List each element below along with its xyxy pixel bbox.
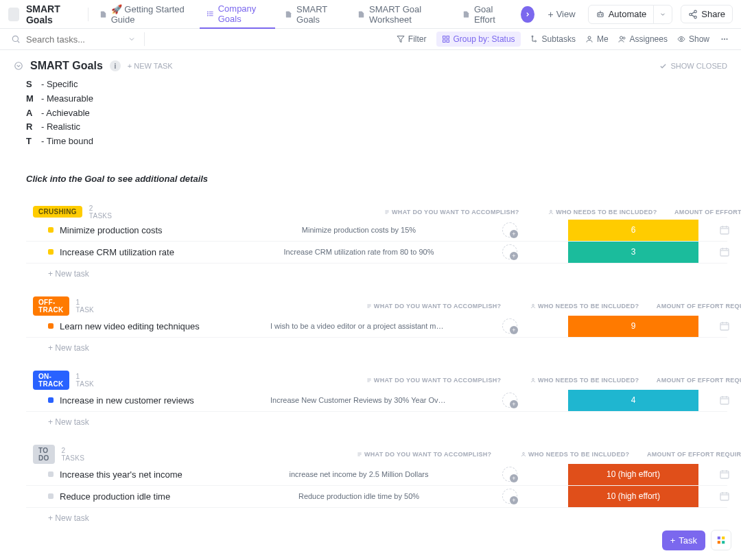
search-input[interactable]: [26, 34, 122, 45]
list-icon: [207, 9, 214, 19]
automate-dropdown[interactable]: [653, 5, 672, 24]
task-row[interactable]: Reduce production idle time Reduce produ…: [26, 486, 727, 508]
status-pill[interactable]: CRUSHING: [33, 206, 82, 218]
effort-cell[interactable]: 10 (high effort): [568, 486, 698, 507]
col-included: WHO NEEDS TO BE INCLUDED?: [517, 451, 633, 458]
new-task-row[interactable]: + New task: [26, 412, 727, 427]
assignee-cell[interactable]: [451, 467, 568, 482]
due-cell[interactable]: [698, 246, 741, 257]
svg-rect-38: [720, 227, 729, 235]
subtasks-button[interactable]: Subtasks: [530, 34, 576, 44]
svg-line-13: [692, 12, 694, 13]
show-button[interactable]: Show: [677, 34, 709, 44]
svg-rect-18: [443, 36, 445, 39]
calendar-icon: [719, 395, 730, 406]
add-assignee-icon[interactable]: [502, 393, 517, 408]
chevron-down-icon[interactable]: [128, 35, 136, 43]
svg-point-3: [207, 11, 208, 12]
new-task-row[interactable]: + New task: [26, 508, 727, 523]
effort-cell[interactable]: 10 (high effort): [568, 464, 698, 485]
show-closed-button[interactable]: SHOW CLOSED: [659, 62, 727, 70]
more-button[interactable]: [719, 35, 730, 43]
header-bar: SMART Goals 🚀 Getting Started Guide Comp…: [0, 0, 741, 29]
info-icon[interactable]: i: [110, 60, 121, 71]
tab-worksheet[interactable]: SMART Goal Worksheet: [351, 0, 453, 29]
due-cell[interactable]: [698, 395, 741, 406]
add-view-button[interactable]: + View: [541, 0, 583, 29]
add-assignee-icon[interactable]: [502, 244, 517, 259]
status-pill[interactable]: ON-TRACK: [33, 371, 69, 390]
assignee-cell[interactable]: [451, 489, 568, 504]
task-row[interactable]: Increase CRM utilization rate Increase C…: [26, 242, 727, 264]
due-cell[interactable]: [698, 469, 741, 480]
svg-point-15: [12, 36, 18, 41]
effort-cell[interactable]: 6: [568, 220, 698, 241]
tab-company-goals[interactable]: Company Goals: [200, 0, 275, 29]
chevron-down-icon: [659, 11, 666, 18]
status-pill[interactable]: TO DO: [33, 445, 55, 464]
accomplish-cell[interactable]: Increase New Customer Reviews by 30% Yea…: [266, 396, 451, 404]
new-task-inline[interactable]: + NEW TASK: [128, 62, 173, 70]
task-name-cell: Increase CRM utilization rate: [26, 247, 266, 257]
add-assignee-icon[interactable]: [502, 318, 517, 334]
status-pill[interactable]: OFF-TRACK: [33, 296, 69, 316]
add-assignee-icon[interactable]: [502, 467, 517, 482]
tab-getting-started[interactable]: 🚀 Getting Started Guide: [93, 0, 197, 29]
svg-rect-56: [367, 378, 370, 379]
next-tab-button[interactable]: [521, 6, 534, 23]
group-by-label: Group by: Status: [454, 34, 515, 44]
accomplish-cell[interactable]: Increase CRM utilization rate from 80 to…: [266, 248, 451, 256]
subtasks-label: Subtasks: [542, 34, 576, 44]
svg-point-37: [550, 210, 552, 212]
effort-cell[interactable]: 4: [568, 390, 698, 411]
due-cell[interactable]: [698, 224, 741, 235]
more-icon: [719, 35, 730, 43]
text-icon: [384, 209, 390, 215]
filter-button[interactable]: Filter: [397, 34, 427, 44]
apps-button[interactable]: [711, 530, 731, 550]
group-icon: [442, 35, 450, 43]
user-icon: [530, 377, 536, 383]
task-row[interactable]: Minimize production costs Minimize produ…: [26, 220, 727, 242]
me-button[interactable]: Me: [585, 34, 609, 44]
due-cell[interactable]: [698, 491, 741, 502]
svg-rect-79: [718, 541, 720, 544]
assignee-cell[interactable]: [451, 222, 568, 237]
task-name-cell: Minimize production costs: [26, 225, 266, 235]
tab-goal-effort[interactable]: Goal Effort: [456, 0, 514, 29]
tab-label: SMART Goal Worksheet: [369, 4, 446, 25]
group-todo: TO DO 2 TASKS WHAT DO YOU WANT TO ACCOMP…: [26, 445, 727, 523]
task-row[interactable]: Increase this year's net income increase…: [26, 464, 727, 486]
tab-smart-goals[interactable]: SMART Goals: [278, 0, 348, 29]
effort-cell[interactable]: 9: [568, 316, 698, 337]
accomplish-cell[interactable]: I wish to be a video editor or a project…: [266, 322, 451, 330]
task-row[interactable]: Increase in new customer reviews Increas…: [26, 390, 727, 412]
assignee-cell[interactable]: [451, 393, 568, 408]
effort-cell[interactable]: 3: [568, 242, 698, 263]
assignee-cell[interactable]: [451, 244, 568, 259]
calendar-icon: [719, 320, 730, 331]
task-row[interactable]: Learn new video editing techniques I wis…: [26, 316, 727, 338]
accomplish-cell[interactable]: Reduce production idle time by 50%: [266, 492, 451, 500]
accomplish-cell[interactable]: Minimize production costs by 15%: [266, 226, 451, 234]
assignee-cell[interactable]: [451, 318, 568, 334]
new-task-fab[interactable]: + Task: [662, 530, 705, 550]
user-icon: [548, 209, 554, 215]
due-cell[interactable]: [698, 320, 741, 331]
accomplish-cell[interactable]: increase net income by 2.5 Million Dolla…: [266, 470, 451, 478]
svg-rect-48: [367, 305, 370, 306]
new-task-row[interactable]: + New task: [26, 264, 727, 279]
add-assignee-icon[interactable]: [502, 222, 517, 237]
task-count: 1 TASK: [76, 299, 95, 314]
svg-line-14: [692, 14, 694, 16]
automate-button[interactable]: Automate: [588, 5, 655, 24]
collapse-icon[interactable]: [14, 61, 23, 71]
group-by-button[interactable]: Group by: Status: [436, 32, 521, 47]
assignees-button[interactable]: Assignees: [618, 34, 668, 44]
share-button[interactable]: Share: [681, 5, 733, 23]
svg-rect-66: [357, 454, 361, 454]
view-label: View: [556, 9, 576, 19]
new-task-row[interactable]: + New task: [26, 338, 727, 353]
divider: [144, 32, 145, 46]
add-assignee-icon[interactable]: [502, 489, 517, 504]
